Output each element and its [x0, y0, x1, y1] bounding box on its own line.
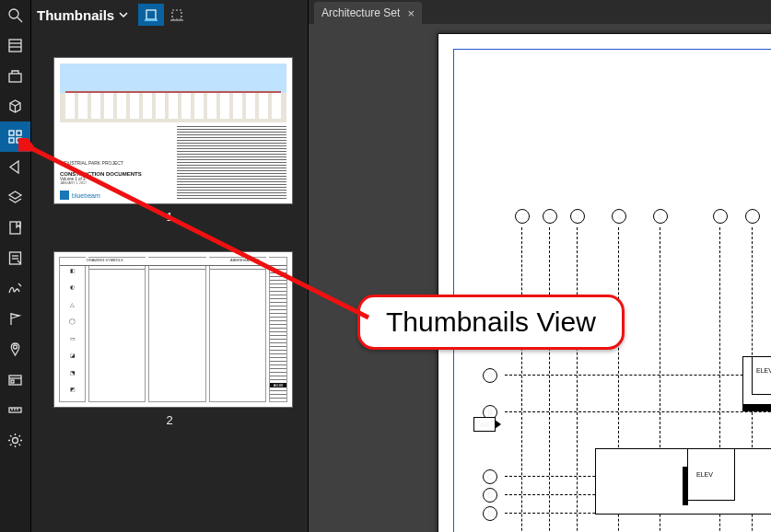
sets-icon[interactable]: [0, 364, 30, 395]
svg-rect-26: [146, 10, 156, 19]
thumbnail-number: 1: [31, 210, 308, 224]
grid-line: [549, 227, 550, 532]
svg-rect-20: [11, 380, 14, 383]
markup-icon[interactable]: [0, 30, 30, 61]
svg-rect-8: [9, 138, 14, 143]
thumbnails-label-mode[interactable]: [164, 4, 190, 26]
svg-rect-6: [9, 131, 14, 135]
grid-bubble: 5: [653, 209, 668, 224]
sheet-titleblock: A0.00: [269, 257, 287, 402]
grid-line: [577, 227, 578, 532]
thumbnails-panel: Thumbnails INDUSTRIAL PARK PROJECT CONST…: [31, 0, 309, 532]
cover-render: [60, 64, 286, 122]
document-viewport[interactable]: 12345678 ABCDEF 4/8 ELEV. ELEV.: [309, 24, 771, 532]
svg-rect-28: [172, 10, 181, 19]
floor-plan: ELEV. ELEV. ELEV: [595, 356, 771, 532]
search-icon[interactable]: [0, 0, 30, 30]
thumbnails-title: Thumbnails: [37, 7, 114, 23]
main-area: Architecture Set × 12345678 ABCDEF 4/8: [309, 0, 771, 532]
svg-marker-10: [10, 161, 18, 173]
side-rail: [0, 0, 31, 532]
grid-bubble: C: [483, 469, 497, 484]
layers-icon[interactable]: [0, 182, 30, 213]
thumbnails-header: Thumbnails: [31, 0, 308, 29]
sheet-text-col: [88, 257, 146, 402]
sheet-symbol-col: ◧ ◐ △ ◯ ▭ ◪ ⬔ ◩: [59, 257, 86, 402]
document-tab[interactable]: Architecture Set ×: [314, 2, 422, 24]
bookmark-icon[interactable]: [0, 213, 30, 243]
svg-point-17: [14, 345, 18, 349]
grid-bubble: 7: [745, 209, 760, 224]
toolbox-icon[interactable]: [0, 61, 30, 91]
box3d-icon[interactable]: [0, 91, 30, 121]
elevation-tag: 4/8: [473, 417, 496, 432]
svg-point-25: [13, 438, 18, 444]
annotation-callout: Thumbnails View: [357, 295, 625, 350]
sheet-text-col: [209, 257, 266, 402]
sheet-text-col: [148, 257, 205, 402]
grid-bubble: 2: [543, 209, 557, 224]
svg-point-0: [9, 9, 18, 18]
places-icon[interactable]: [0, 334, 30, 364]
back-icon[interactable]: [0, 152, 30, 182]
svg-rect-12: [10, 222, 20, 234]
thumbnails-grid-mode[interactable]: [138, 4, 164, 26]
grid-bubble: 4: [612, 209, 626, 224]
annotation-text: Thumbnails View: [386, 306, 596, 337]
grid-bubble: 6: [713, 209, 728, 224]
signature-icon[interactable]: [0, 273, 30, 304]
grid-bubble: A: [483, 368, 497, 383]
cover-index-lines: [177, 126, 286, 200]
grid-bubble: 3: [570, 209, 585, 224]
settings-icon[interactable]: [0, 425, 30, 456]
thumbnail-number: 2: [31, 413, 308, 427]
thumbnails-icon[interactable]: [0, 121, 30, 152]
tab-bar: Architecture Set ×: [309, 0, 771, 24]
room-label: ELEV.: [756, 367, 771, 374]
cover-logo: bluebeam: [60, 191, 169, 200]
thumbnails-menu-caret[interactable]: [118, 9, 129, 20]
cover-date: JANUARY 1, 2017: [60, 181, 169, 185]
svg-rect-9: [17, 138, 21, 143]
thumbnail-page[interactable]: INDUSTRIAL PARK PROJECT CONSTRUCTION DOC…: [53, 57, 293, 204]
form-icon[interactable]: [0, 243, 30, 273]
thumbnails-scroll[interactable]: INDUSTRIAL PARK PROJECT CONSTRUCTION DOC…: [31, 29, 308, 532]
grid-bubble: D: [483, 488, 497, 503]
svg-rect-5: [9, 74, 21, 82]
room-label: ELEV: [696, 471, 713, 478]
drawing-page: 12345678 ABCDEF 4/8 ELEV. ELEV.: [438, 33, 771, 532]
cover-project: INDUSTRIAL PARK PROJECT: [60, 160, 169, 166]
tab-label: Architecture Set: [321, 6, 400, 19]
svg-rect-7: [17, 131, 21, 135]
flag-icon[interactable]: [0, 304, 30, 334]
tab-close-icon[interactable]: ×: [407, 6, 415, 20]
svg-marker-11: [9, 191, 21, 199]
grid-bubble: E: [483, 506, 497, 521]
svg-rect-2: [9, 40, 21, 52]
measure-icon[interactable]: [0, 395, 30, 425]
grid-line: [521, 227, 522, 532]
sheet-headers: DRAWING SYMBOLS ABBREVIATIONS: [60, 258, 286, 266]
svg-line-1: [18, 17, 22, 22]
grid-bubble: 1: [515, 209, 530, 224]
thumbnail-page[interactable]: DRAWING SYMBOLS ABBREVIATIONS ◧ ◐ △ ◯ ▭ …: [53, 251, 293, 408]
